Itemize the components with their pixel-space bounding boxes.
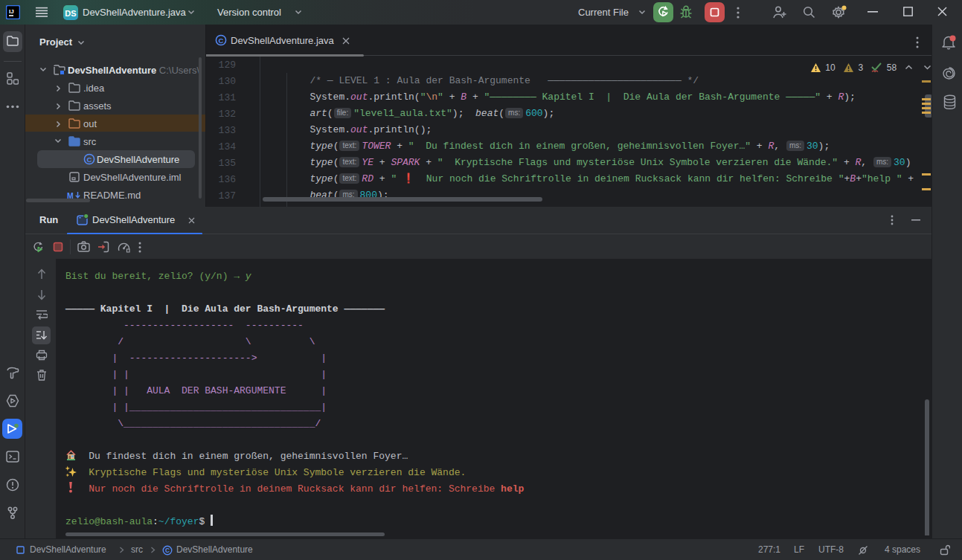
svg-text:C: C [219,36,224,45]
svg-text:C: C [165,547,170,554]
svg-text:IJ: IJ [9,8,14,15]
svg-text:C: C [87,155,92,164]
svg-text:DS: DS [65,9,76,18]
